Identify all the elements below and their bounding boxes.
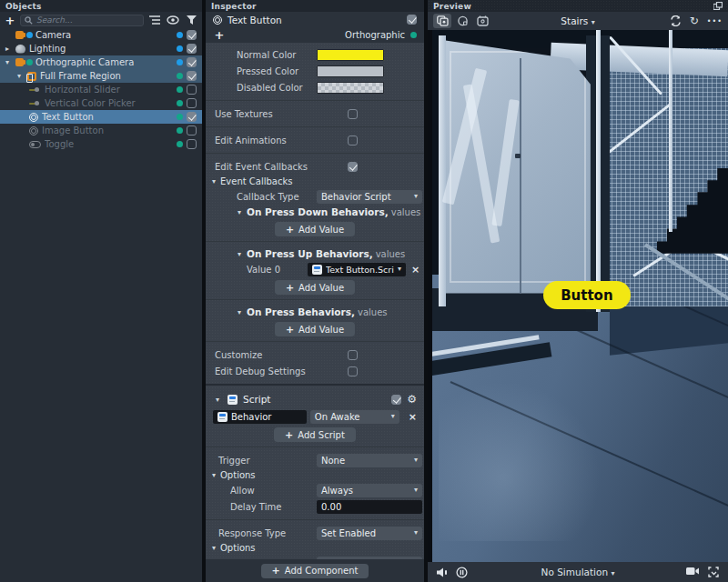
add-component-plus-icon[interactable]: + bbox=[213, 29, 226, 41]
hierarchy-view-icon[interactable] bbox=[147, 15, 162, 26]
more-options-icon[interactable]: ••• bbox=[707, 17, 723, 25]
objects-toolbar: + Search... bbox=[0, 12, 202, 28]
add-component-button[interactable]: + Add Component bbox=[261, 564, 369, 578]
enabled-checkbox[interactable] bbox=[187, 112, 197, 122]
plus-icon: + bbox=[286, 282, 294, 294]
popout-window-icon[interactable] bbox=[713, 2, 723, 10]
tree-item-toggle[interactable]: Toggle bbox=[0, 137, 202, 151]
value0-script-field[interactable]: Text Button.Script ▾ bbox=[308, 263, 406, 276]
projection-status-dot bbox=[410, 32, 417, 38]
app-window: Objects + Search... bbox=[0, 0, 728, 582]
add-script-button[interactable]: + Add Script bbox=[274, 427, 356, 442]
normal-color-swatch[interactable] bbox=[317, 49, 384, 61]
chevron-down-icon: ▾ bbox=[414, 193, 418, 200]
press-up-behaviors-section[interactable]: ▾ On Press Up Behaviors, values bbox=[206, 246, 424, 261]
tree-item-full-frame-region[interactable]: ▾ Full Frame Region bbox=[0, 69, 202, 83]
snapshot-icon[interactable] bbox=[708, 567, 719, 577]
objects-panel: Objects + Search... bbox=[0, 0, 202, 582]
expand-chevron-icon[interactable]: ▸ bbox=[3, 45, 12, 53]
filter-icon[interactable] bbox=[184, 15, 198, 26]
disabled-color-label: Disabled Color bbox=[215, 83, 317, 93]
add-value-button[interactable]: + Add Value bbox=[275, 222, 355, 236]
simulation-dropdown[interactable]: No Simulation ▾ bbox=[428, 567, 728, 577]
chevron-down-icon: ▾ bbox=[391, 413, 395, 420]
options-group[interactable]: ▾ Options bbox=[206, 541, 424, 555]
preview-viewport[interactable]: Button bbox=[428, 30, 728, 562]
customize-checkbox[interactable] bbox=[348, 350, 358, 360]
gear-icon[interactable]: ⚙ bbox=[407, 394, 417, 405]
enabled-checkbox[interactable] bbox=[187, 30, 197, 40]
script-component-header[interactable]: ▾ Script ⚙ bbox=[206, 390, 424, 408]
tree-item-image-button[interactable]: Image Button bbox=[0, 124, 202, 137]
add-value-button[interactable]: + Add Value bbox=[275, 322, 355, 336]
objects-title-label: Objects bbox=[5, 2, 42, 11]
trigger-label: Trigger bbox=[218, 456, 317, 466]
button-icon bbox=[29, 126, 38, 135]
visibility-eye-icon[interactable] bbox=[166, 15, 180, 26]
layer-dot bbox=[177, 114, 183, 120]
chevron-down-icon: ▾ bbox=[414, 457, 418, 464]
lens-button-overlay[interactable]: Button bbox=[543, 281, 631, 309]
tree-item-label: Orthographic Camera bbox=[35, 57, 173, 67]
response-type-dropdown[interactable]: Set Enabled ▾ bbox=[317, 527, 422, 540]
tree-item-label: Horizontal Slider bbox=[45, 85, 173, 95]
tree-item-vertical-color-picker[interactable]: Vertical Color Picker bbox=[0, 96, 202, 110]
press-behaviors-section[interactable]: ▾ On Press Behaviors, values bbox=[206, 305, 424, 319]
record-video-icon[interactable] bbox=[686, 567, 700, 577]
tree-item-label: Text Button bbox=[42, 112, 173, 122]
use-textures-checkbox[interactable] bbox=[348, 109, 358, 119]
entity-enabled-checkbox[interactable] bbox=[407, 15, 417, 25]
edit-animations-checkbox[interactable] bbox=[348, 135, 358, 146]
delay-time-label: Delay Time bbox=[230, 502, 317, 512]
tree-item-label: Lighting bbox=[29, 44, 173, 54]
customize-label: Customize bbox=[215, 350, 317, 360]
collapse-chevron-icon[interactable]: ▾ bbox=[15, 72, 24, 80]
reload-lens-icon[interactable] bbox=[670, 15, 682, 26]
tree-item-text-button[interactable]: Text Button bbox=[0, 110, 202, 124]
script-enabled-checkbox[interactable] bbox=[391, 395, 401, 405]
tree-item-camera[interactable]: Camera bbox=[0, 28, 202, 42]
behavior-event-dropdown[interactable]: On Awake ▾ bbox=[310, 410, 399, 424]
collapse-chevron-icon[interactable]: ▾ bbox=[3, 58, 12, 66]
event-callbacks-group[interactable]: ▾ Event Callbacks bbox=[206, 175, 424, 188]
trigger-dropdown[interactable]: None ▾ bbox=[317, 454, 422, 467]
add-value-label: Add Value bbox=[298, 283, 344, 293]
search-placeholder: Search... bbox=[36, 15, 73, 25]
add-value-button[interactable]: + Add Value bbox=[275, 280, 355, 295]
enabled-checkbox[interactable] bbox=[187, 85, 197, 95]
enabled-checkbox[interactable] bbox=[187, 71, 197, 81]
tree-item-orthographic-camera[interactable]: ▾ Orthographic Camera bbox=[0, 55, 202, 69]
behavior-script-field[interactable]: Behavior bbox=[213, 410, 307, 424]
enabled-checkbox[interactable] bbox=[187, 125, 197, 135]
press-down-behaviors-section[interactable]: ▾ On Press Down Behaviors, values bbox=[206, 205, 424, 219]
enabled-checkbox[interactable] bbox=[187, 57, 197, 67]
pressed-color-swatch[interactable] bbox=[317, 65, 384, 77]
layer-dot bbox=[177, 32, 183, 38]
edit-debug-checkbox[interactable] bbox=[348, 366, 358, 376]
preview-actions: ↻ ••• bbox=[670, 15, 723, 27]
disabled-color-swatch[interactable] bbox=[317, 82, 384, 94]
add-object-button[interactable]: + bbox=[4, 15, 16, 26]
search-input[interactable]: Search... bbox=[20, 15, 144, 26]
remove-script-button[interactable]: × bbox=[409, 411, 417, 423]
enabled-checkbox[interactable] bbox=[187, 139, 197, 149]
frame-region-icon bbox=[27, 72, 36, 81]
edit-event-callbacks-checkbox[interactable] bbox=[348, 162, 358, 172]
tree-item-horizontal-slider[interactable]: Horizontal Slider bbox=[0, 83, 202, 96]
plus-icon: + bbox=[272, 565, 280, 577]
callback-type-dropdown[interactable]: Behavior Script ▾ bbox=[317, 190, 422, 204]
enabled-checkbox[interactable] bbox=[187, 98, 197, 108]
options-group[interactable]: ▾ Options bbox=[206, 468, 424, 482]
press-header: On Press Behaviors, bbox=[247, 306, 355, 317]
tree-item-label: Toggle bbox=[45, 139, 173, 149]
delay-time-input[interactable]: 0.00 bbox=[317, 500, 422, 514]
allow-dropdown[interactable]: Always ▾ bbox=[317, 484, 422, 497]
ground-light-patch bbox=[439, 381, 602, 541]
layer-dot bbox=[177, 45, 183, 52]
tree-item-lighting[interactable]: ▸ Lighting bbox=[0, 42, 202, 55]
behavior-name: Behavior bbox=[231, 412, 271, 422]
enabled-checkbox[interactable] bbox=[187, 44, 197, 54]
remove-value-button[interactable]: × bbox=[411, 264, 420, 276]
reset-preview-icon[interactable]: ↻ bbox=[690, 15, 699, 27]
collapse-chevron-icon: ▾ bbox=[235, 250, 244, 258]
